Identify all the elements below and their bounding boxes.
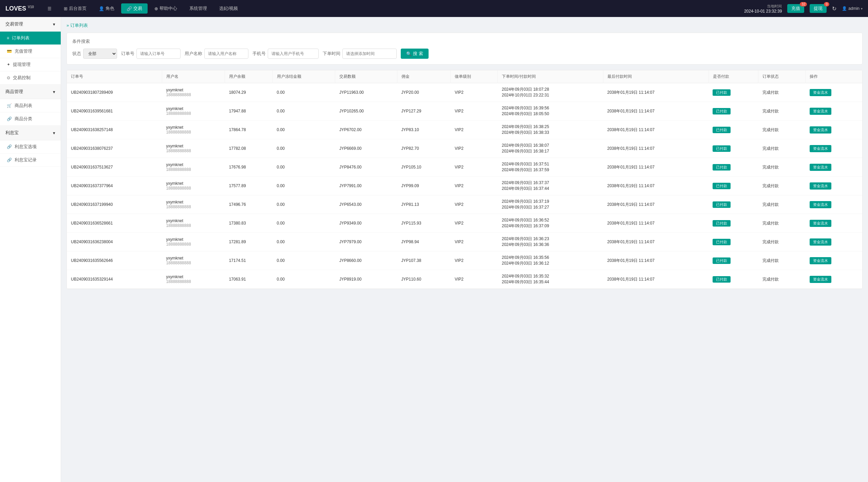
- action-button[interactable]: 资金流水: [810, 182, 831, 190]
- table-row: UB2409031807289409 yxymknet 18888888888 …: [67, 83, 862, 102]
- cell-balance: 17676.98: [225, 158, 273, 177]
- action-button[interactable]: 资金流水: [810, 201, 831, 208]
- cell-status: 完成付款: [758, 214, 806, 233]
- nav-item-help[interactable]: ⊕ 帮助中心: [149, 3, 183, 14]
- search-button[interactable]: 🔍 搜 索: [401, 49, 429, 59]
- table-row: UB2409031637513627 yxymknet 18888888888 …: [67, 158, 862, 177]
- sidebar-item-order-list[interactable]: ≡ 订单列表: [0, 32, 61, 45]
- cell-order-time: 2024年09月03日 16:35:56 2024年09月03日 16:36:1…: [498, 251, 603, 270]
- product-list-icon: 🛒: [7, 103, 12, 108]
- cell-frozen: 0.00: [272, 177, 335, 195]
- transaction-icon: 🔗: [127, 6, 132, 11]
- cell-balance: 17496.76: [225, 195, 273, 214]
- order-field: 订单号: [121, 49, 181, 59]
- cell-action[interactable]: 资金流水: [806, 251, 862, 270]
- sidebar-group-transaction[interactable]: 交易管理 ▾: [0, 17, 61, 32]
- cell-order-time: 2024年09月03日 16:37:19 2024年09月03日 16:37:2…: [498, 195, 603, 214]
- cell-is-paid: 已付款: [709, 121, 758, 139]
- status-select[interactable]: 全部: [83, 49, 117, 59]
- cell-username: yxymknet 18888888888: [162, 270, 225, 289]
- withdraw-mgmt-icon: ✦: [7, 62, 10, 67]
- cell-action[interactable]: 资金流水: [806, 233, 862, 251]
- action-button[interactable]: 资金流水: [810, 257, 831, 264]
- cell-order-no: UB2409031638257148: [67, 121, 162, 139]
- sidebar-group-product[interactable]: 商品管理 ▾: [0, 85, 61, 99]
- nav-item-system[interactable]: 系统管理: [184, 3, 212, 14]
- cell-status: 完成付款: [758, 233, 806, 251]
- cell-level: VIP2: [451, 102, 498, 121]
- action-button[interactable]: 资金流水: [810, 164, 831, 171]
- cell-order-no: UB2409031637513627: [67, 158, 162, 177]
- action-button[interactable]: 资金流水: [810, 145, 831, 152]
- admin-area[interactable]: 👤 admin ▾: [842, 6, 863, 11]
- cell-order-time: 2024年09月03日 16:37:51 2024年09月03日 16:37:5…: [498, 158, 603, 177]
- cell-commission: JYP81.13: [397, 195, 451, 214]
- user-input[interactable]: [204, 49, 248, 59]
- nav-menu-toggle[interactable]: ☰: [42, 4, 57, 13]
- phone-label: 手机号: [252, 51, 266, 57]
- refresh-button[interactable]: ↻: [832, 5, 836, 12]
- action-button[interactable]: 资金流水: [810, 126, 831, 133]
- sidebar-item-recharge-mgmt[interactable]: 💳 充值管理: [0, 45, 61, 58]
- col-order-time: 下单时间/付款时间: [498, 70, 603, 83]
- cell-action[interactable]: 资金流水: [806, 83, 862, 102]
- order-input[interactable]: [136, 49, 181, 59]
- recharge-button[interactable]: 充值 32: [787, 4, 804, 13]
- table-header-row: 订单号 用户名 用户余额 用户冻结金额 交易数额 佣金 做单级别 下单时间/付款…: [67, 70, 862, 83]
- cell-username: yxymknet 18888888888: [162, 177, 225, 195]
- cell-status: 完成付款: [758, 121, 806, 139]
- phone-input[interactable]: [268, 49, 319, 59]
- sidebar-item-trade-control[interactable]: ⊙ 交易控制: [0, 71, 61, 85]
- cell-is-paid: 已付款: [709, 177, 758, 195]
- action-button[interactable]: 资金流水: [810, 276, 831, 283]
- cell-last-pay: 2038年01月19日 11:14:07: [603, 158, 709, 177]
- cell-is-paid: 已付款: [709, 139, 758, 158]
- sidebar-item-withdraw-mgmt[interactable]: ✦ 提现管理: [0, 58, 61, 71]
- time-input[interactable]: [342, 49, 397, 59]
- cell-action[interactable]: 资金流水: [806, 195, 862, 214]
- cell-action[interactable]: 资金流水: [806, 158, 862, 177]
- user-label: 用户名称: [185, 51, 202, 57]
- cell-action[interactable]: 资金流水: [806, 214, 862, 233]
- sidebar-item-interest-records[interactable]: 🔗 利息宝记录: [0, 154, 61, 167]
- table-row: UB2409031635562646 yxymknet 18888888888 …: [67, 251, 862, 270]
- col-amount: 交易数额: [335, 70, 397, 83]
- cell-order-no: UB2409031637199940: [67, 195, 162, 214]
- status-field: 状态 全部: [72, 49, 117, 59]
- cell-action[interactable]: 资金流水: [806, 270, 862, 289]
- sidebar: 交易管理 ▾ ≡ 订单列表 💳 充值管理 ✦ 提现管理 ⊙ 交易控制 商品管理 …: [0, 17, 61, 482]
- action-button[interactable]: 资金流水: [810, 89, 831, 96]
- order-table-container: 订单号 用户名 用户余额 用户冻结金额 交易数额 佣金 做单级别 下单时间/付款…: [67, 70, 863, 289]
- col-action: 操作: [806, 70, 862, 83]
- nav-item-home[interactable]: ⊞ 后台首页: [58, 3, 92, 14]
- cell-frozen: 0.00: [272, 233, 335, 251]
- withdraw-button[interactable]: 提现 0: [810, 4, 827, 13]
- cell-amount: JYP8919.00: [335, 270, 397, 289]
- order-table: 订单号 用户名 用户余额 用户冻结金额 交易数额 佣金 做单级别 下单时间/付款…: [67, 70, 862, 289]
- cell-status: 完成付款: [758, 177, 806, 195]
- nav-item-transaction[interactable]: 🔗 交易: [121, 3, 148, 14]
- cell-last-pay: 2038年01月19日 11:14:07: [603, 270, 709, 289]
- action-button[interactable]: 资金流水: [810, 238, 831, 246]
- cell-balance: 17947.88: [225, 102, 273, 121]
- cell-level: VIP2: [451, 139, 498, 158]
- sidebar-item-product-list[interactable]: 🛒 商品列表: [0, 99, 61, 112]
- cell-frozen: 0.00: [272, 195, 335, 214]
- cell-action[interactable]: 资金流水: [806, 102, 862, 121]
- cell-amount: JYP7979.00: [335, 233, 397, 251]
- sidebar-item-interest-options[interactable]: 🔗 利息宝选项: [0, 140, 61, 154]
- cell-username: yxymknet 18888888888: [162, 233, 225, 251]
- cell-action[interactable]: 资金流水: [806, 139, 862, 158]
- cell-balance: 17063.91: [225, 270, 273, 289]
- cell-action[interactable]: 资金流水: [806, 121, 862, 139]
- cell-frozen: 0.00: [272, 270, 335, 289]
- nav-item-role[interactable]: 👤 角色: [93, 3, 120, 14]
- action-button[interactable]: 资金流水: [810, 108, 831, 115]
- sidebar-group-interest[interactable]: 利息宝 ▾: [0, 126, 61, 140]
- action-button[interactable]: 资金流水: [810, 220, 831, 227]
- sidebar-item-product-category[interactable]: 🔗 商品分类: [0, 112, 61, 126]
- nav-item-select[interactable]: 选妃/视频: [214, 3, 244, 14]
- cell-order-time: 2024年09月03日 16:38:25 2024年09月03日 16:38:3…: [498, 121, 603, 139]
- cell-commission: JYP83.10: [397, 121, 451, 139]
- cell-action[interactable]: 资金流水: [806, 177, 862, 195]
